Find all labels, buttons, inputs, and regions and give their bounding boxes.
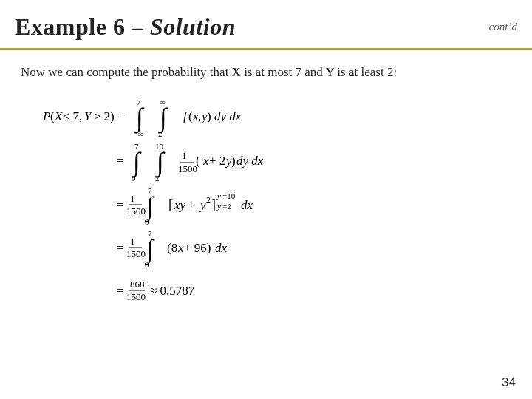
svg-text:[: [: [168, 197, 173, 212]
svg-text:1: 1: [182, 150, 187, 161]
math-line-1: P ( X ≤ 7, Y ≥ 2) = ∫ −∞ 7 ∫ 2 ∞ f ( x: [43, 95, 398, 138]
svg-text:0: 0: [145, 260, 149, 269]
svg-text:=: =: [118, 109, 126, 123]
equation-4-svg: = 1 1500 ∫ 0 7 (8 x + 96) dx: [43, 227, 398, 270]
svg-text:=: =: [117, 241, 124, 255]
equation-1-svg: P ( X ≤ 7, Y ≥ 2) = ∫ −∞ 7 ∫ 2 ∞ f ( x: [43, 95, 398, 138]
svg-text:7: 7: [148, 186, 152, 195]
svg-text:≥ 2): ≥ 2): [94, 109, 115, 123]
svg-text:dx: dx: [241, 198, 253, 212]
svg-text:2: 2: [158, 129, 163, 138]
equation-2-svg: = ∫ 0 7 ∫ 2 10 1 1500 ( x + 2 y ) dy: [43, 138, 398, 184]
svg-text:]: ]: [211, 197, 216, 212]
svg-text:−∞: −∞: [133, 129, 143, 138]
svg-text:1500: 1500: [126, 248, 146, 259]
svg-text:x: x: [202, 154, 209, 168]
svg-text:0: 0: [145, 217, 149, 226]
svg-text:dy dx: dy dx: [236, 154, 264, 168]
svg-text:X: X: [54, 109, 63, 123]
svg-text:1500: 1500: [126, 291, 146, 302]
svg-text:=: =: [117, 284, 124, 298]
svg-text:0: 0: [132, 174, 136, 183]
svg-text:(8: (8: [167, 241, 177, 255]
title-prefix: Example 6 –: [15, 13, 150, 40]
equation-5-svg: = 868 1500 ≈ 0.5787: [43, 270, 398, 313]
slide-content: Now we can compute the probability that …: [0, 50, 532, 320]
svg-text:): ): [207, 109, 211, 123]
svg-text:dx: dx: [215, 241, 228, 255]
svg-text:x: x: [177, 241, 184, 255]
svg-text:Y: Y: [84, 109, 92, 123]
svg-text:7: 7: [137, 98, 141, 106]
equation-3-svg: = 1 1500 ∫ 0 7 [ xy + y 2 ] y =10 y: [43, 184, 398, 227]
slide-header: Example 6 – Solution cont’d: [0, 0, 532, 50]
svg-text:y: y: [216, 191, 221, 200]
svg-text:,: ,: [198, 109, 201, 123]
contd-label: cont’d: [489, 21, 517, 33]
svg-text:+ 96): + 96): [184, 241, 211, 255]
svg-text:7: 7: [134, 142, 139, 151]
svg-text:=2: =2: [222, 202, 231, 211]
svg-text:+: +: [188, 198, 195, 212]
math-block: P ( X ≤ 7, Y ≥ 2) = ∫ −∞ 7 ∫ 2 ∞ f ( x: [21, 95, 511, 313]
svg-text:P: P: [43, 109, 50, 123]
svg-text:dy dx: dy dx: [214, 109, 242, 123]
svg-text:1500: 1500: [178, 163, 197, 174]
svg-text:7: 7: [148, 229, 152, 238]
math-line-2: = ∫ 0 7 ∫ 2 10 1 1500 ( x + 2 y ) dy: [43, 138, 398, 184]
svg-text:≤ 7,: ≤ 7,: [63, 109, 82, 123]
svg-text:2: 2: [155, 174, 160, 183]
intro-paragraph: Now we can compute the probability that …: [21, 63, 511, 82]
slide-title: Example 6 – Solution: [15, 13, 236, 41]
math-line-4: = 1 1500 ∫ 0 7 (8 x + 96) dx: [43, 227, 398, 270]
svg-text:xy: xy: [174, 198, 186, 212]
svg-text:f: f: [183, 109, 188, 123]
svg-text:2: 2: [206, 195, 211, 205]
svg-text:=10: =10: [222, 191, 236, 200]
svg-text:1500: 1500: [126, 205, 146, 216]
svg-text:1: 1: [130, 193, 135, 204]
title-italic: Solution: [150, 13, 236, 40]
svg-text:868: 868: [130, 279, 145, 290]
svg-text:≈ 0.5787: ≈ 0.5787: [150, 284, 195, 298]
svg-text:y: y: [199, 198, 206, 212]
svg-text:(: (: [196, 154, 200, 168]
svg-text:+ 2: + 2: [209, 154, 225, 168]
svg-text:∞: ∞: [160, 98, 166, 106]
svg-text:1: 1: [130, 236, 135, 247]
svg-text:=: =: [117, 198, 124, 212]
math-line-5: = 868 1500 ≈ 0.5787: [43, 270, 398, 313]
svg-text:): ): [231, 154, 236, 168]
svg-text:=: =: [117, 154, 124, 168]
svg-text:y: y: [216, 202, 221, 211]
page-number: 34: [502, 375, 516, 390]
math-line-3: = 1 1500 ∫ 0 7 [ xy + y 2 ] y =10 y: [43, 184, 398, 227]
svg-text:10: 10: [155, 142, 164, 151]
